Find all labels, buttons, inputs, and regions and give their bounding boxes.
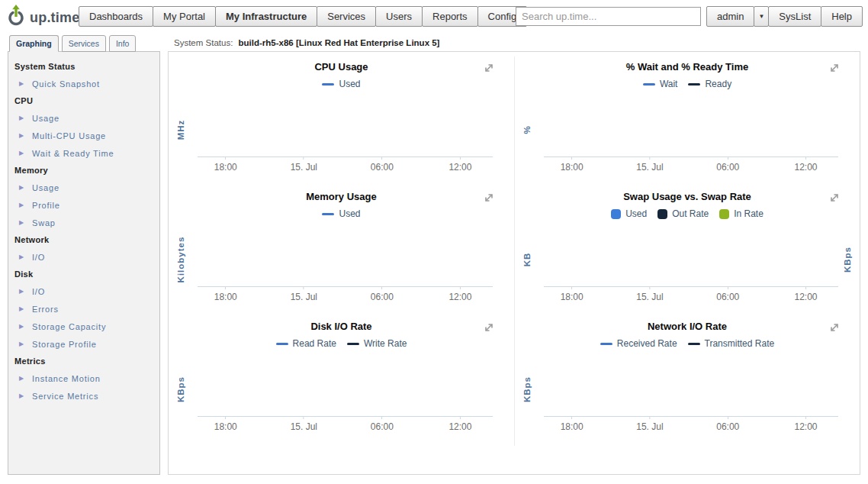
sidebar-item-label: Quick Snapshot <box>32 79 100 89</box>
chart-title: CPU Usage <box>169 61 514 73</box>
nav-tab-my-portal[interactable]: My Portal <box>153 6 216 27</box>
sidebar-item-label: Swap <box>32 218 56 227</box>
nav-tab-services[interactable]: Services <box>317 6 376 27</box>
expand-chart-icon[interactable] <box>829 192 840 203</box>
legend-item-in-rate[interactable]: In Rate <box>719 208 764 219</box>
admin-button[interactable]: admin <box>706 6 754 27</box>
sidebar-item-disk-errors[interactable]: ▶ Errors <box>8 300 159 318</box>
expand-chart-icon[interactable] <box>484 322 494 333</box>
legend-symbol-icon <box>322 213 334 215</box>
legend-item-transmitted-rate[interactable]: Transmitted Rate <box>688 338 775 349</box>
x-axis-tick: 06:00 <box>716 416 739 432</box>
legend-label: Used <box>339 208 360 219</box>
tick-mark <box>225 286 226 289</box>
nav-tab-users[interactable]: Users <box>375 6 423 27</box>
tick-label: 18:00 <box>561 292 583 302</box>
chart-legend: Received Rate Transmitted Rate <box>515 338 860 349</box>
sidebar-item-disk-storage-capacity[interactable]: ▶ Storage Capacity <box>8 318 159 335</box>
legend-label: Used <box>625 208 647 219</box>
sidebar-item-label: Storage Profile <box>32 340 97 349</box>
tree-arrow-icon: ▶ <box>19 115 32 121</box>
x-axis-tick: 18:00 <box>561 416 583 432</box>
tick-label: 15. Jul <box>636 162 663 173</box>
tick-label: 06:00 <box>716 421 739 432</box>
plot-area: 18:00 15. Jul 06:00 12:00 <box>198 229 493 287</box>
legend-item-ready[interactable]: Ready <box>688 79 731 89</box>
search-input[interactable] <box>516 7 701 26</box>
legend-item-write-rate[interactable]: Write Rate <box>347 338 407 349</box>
sidebar-item-label: Wait & Ready Time <box>32 149 114 158</box>
help-button[interactable]: Help <box>821 6 863 27</box>
tick-mark <box>381 156 382 160</box>
x-axis-tick: 06:00 <box>716 156 739 173</box>
chart-wait-and-ready-time: % Wait and % Ready Time Wait Ready % 18:… <box>514 56 860 186</box>
tick-mark <box>571 156 572 160</box>
sidebar-tab-info[interactable]: Info <box>109 35 137 52</box>
legend-item-used[interactable]: Used <box>322 208 360 219</box>
tick-mark <box>304 416 304 419</box>
tick-label: 15. Jul <box>636 421 663 432</box>
sidebar-item-memory-swap[interactable]: ▶ Swap <box>8 214 159 231</box>
sidebar-tab-services[interactable]: Services <box>62 35 106 52</box>
sidebar-section-title: System Status <box>8 58 159 75</box>
x-axis-tick: 15. Jul <box>291 156 317 173</box>
tick-label: 06:00 <box>371 421 394 432</box>
x-axis-tick: 18:00 <box>214 416 237 432</box>
nav-tab-my-infrastructure[interactable]: My Infrastructure <box>215 6 317 27</box>
expand-chart-icon[interactable] <box>829 63 840 73</box>
sidebar-item-memory-profile[interactable]: ▶ Profile <box>8 196 159 214</box>
sidebar-item-metrics-instance-motion[interactable]: ▶ Instance Motion <box>8 369 159 387</box>
tick-mark <box>460 156 461 160</box>
legend-label: Received Rate <box>617 338 677 349</box>
sidebar: System Status ▶ Quick Snapshot CPU ▶ Usa… <box>8 51 160 475</box>
legend-symbol-icon <box>719 209 729 219</box>
legend-item-read-rate[interactable]: Read Rate <box>276 338 336 349</box>
sidebar-item-label: Profile <box>32 201 60 210</box>
sidebar-tab-graphing[interactable]: Graphing <box>9 35 59 52</box>
sidebar-item-disk-i-o[interactable]: ▶ I/O <box>8 282 159 300</box>
chart-title: Swap Usage vs. Swap Rate <box>515 191 860 202</box>
sidebar-item-system-status-quick-snapshot[interactable]: ▶ Quick Snapshot <box>8 75 159 92</box>
legend-item-wait[interactable]: Wait <box>643 79 678 89</box>
expand-chart-icon[interactable] <box>484 63 494 73</box>
plot-area: 18:00 15. Jul 06:00 12:00 <box>198 359 493 417</box>
legend-item-used[interactable]: Used <box>611 208 647 219</box>
x-axis-tick: 06:00 <box>371 416 394 432</box>
sidebar-item-cpu-wait-ready-time[interactable]: ▶ Wait & Ready Time <box>8 144 159 162</box>
sidebar-item-disk-storage-profile[interactable]: ▶ Storage Profile <box>8 335 159 353</box>
tick-mark <box>805 416 806 419</box>
tick-label: 18:00 <box>214 162 237 173</box>
chart-legend: Wait Ready <box>515 79 860 89</box>
nav-tab-dashboards[interactable]: Dashboards <box>79 6 153 27</box>
sidebar-item-metrics-service-metrics[interactable]: ▶ Service Metrics <box>8 387 159 405</box>
legend-symbol-icon <box>688 343 700 345</box>
y-axis-label: KBps <box>176 376 185 402</box>
tick-mark <box>381 286 382 289</box>
chart-title: Disk I/O Rate <box>169 321 514 332</box>
tick-label: 12:00 <box>448 421 471 432</box>
tick-label: 12:00 <box>795 421 818 432</box>
admin-dropdown-caret-icon[interactable]: ▼ <box>754 6 769 27</box>
tick-label: 06:00 <box>371 162 394 173</box>
x-axis-tick: 15. Jul <box>636 286 663 302</box>
expand-chart-icon[interactable] <box>829 322 840 333</box>
expand-chart-icon[interactable] <box>484 192 494 203</box>
legend-item-used[interactable]: Used <box>322 79 360 89</box>
system-status-value: build-rh5-x86 [Linux Red Hat Enterprise … <box>239 38 440 47</box>
sidebar-item-cpu-multi-cpu-usage[interactable]: ▶ Multi-CPU Usage <box>8 127 159 144</box>
plot-area: 18:00 15. Jul 06:00 12:00 <box>544 229 838 287</box>
sidebar-item-cpu-usage[interactable]: ▶ Usage <box>8 109 159 127</box>
tree-arrow-icon: ▶ <box>19 340 32 347</box>
x-axis-tick: 12:00 <box>448 416 471 432</box>
sidebar-item-label: I/O <box>32 287 45 296</box>
nav-tab-reports[interactable]: Reports <box>422 6 478 27</box>
legend-item-received-rate[interactable]: Received Rate <box>600 338 677 349</box>
tick-label: 06:00 <box>371 292 394 302</box>
uptime-app: up.time DashboardsMy PortalMy Infrastruc… <box>0 0 868 484</box>
syslist-button[interactable]: SysList <box>768 6 821 27</box>
legend-item-out-rate[interactable]: Out Rate <box>657 208 709 219</box>
sidebar-item-network-i-o[interactable]: ▶ I/O <box>8 248 159 266</box>
tick-label: 18:00 <box>561 421 583 432</box>
tick-mark <box>381 416 382 419</box>
sidebar-item-memory-usage[interactable]: ▶ Usage <box>8 179 159 196</box>
